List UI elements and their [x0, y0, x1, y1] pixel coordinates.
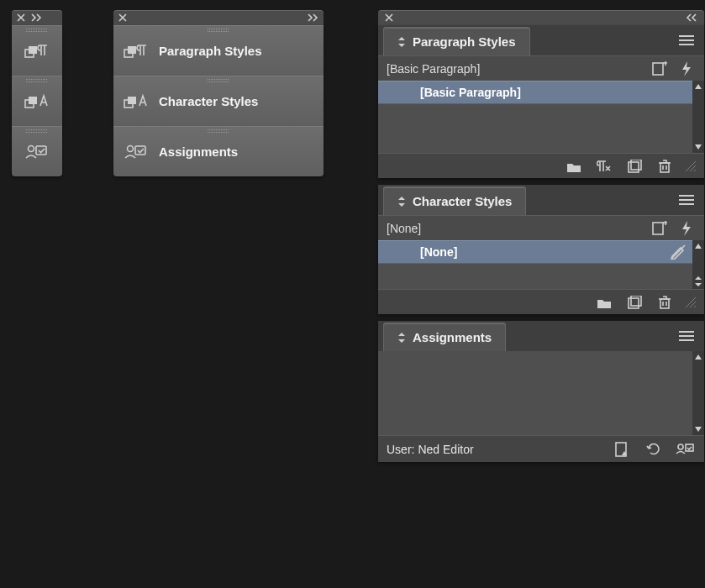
gripper-icon	[208, 129, 229, 133]
dock-row-assignments[interactable]: Assignments	[113, 126, 324, 176]
panel-paragraph-styles: Paragraph Styles [Basic Paragraph] [Basi…	[378, 25, 704, 178]
new-style-button[interactable]	[625, 293, 644, 312]
expand-right-icon[interactable]	[307, 13, 318, 22]
current-style-name: [Basic Paragraph]	[387, 62, 480, 76]
tab-title: Character Styles	[413, 194, 512, 208]
dock-item-paragraph-styles[interactable]	[12, 25, 62, 76]
assignments-list	[378, 351, 692, 435]
user-label: User:	[387, 443, 414, 456]
panel-dock-expanded: Paragraph Styles [Basic Paragraph] [Basi…	[378, 10, 704, 462]
style-group-button[interactable]	[565, 157, 583, 176]
panel-menu-icon[interactable]	[679, 194, 694, 206]
close-icon[interactable]	[118, 13, 127, 22]
paragraph-styles-icon	[24, 42, 50, 60]
tab-title: Assignments	[413, 330, 492, 344]
not-editable-icon	[671, 244, 686, 260]
style-item-label: [Basic Paragraph]	[420, 86, 521, 99]
style-item[interactable]: [None]	[378, 240, 692, 264]
current-style-bar: [Basic Paragraph]	[378, 55, 704, 81]
collapse-toggle-icon[interactable]	[397, 332, 406, 344]
tab-paragraph-styles[interactable]: Paragraph Styles	[383, 27, 530, 55]
resize-handle-icon[interactable]	[686, 161, 696, 171]
quick-apply-button[interactable]	[677, 219, 696, 238]
tab-assignments[interactable]: Assignments	[383, 323, 506, 351]
panel-menu-icon[interactable]	[679, 330, 694, 342]
character-styles-icon	[24, 92, 50, 111]
quick-apply-button[interactable]	[677, 60, 696, 78]
tab-character-styles[interactable]: Character Styles	[383, 186, 526, 215]
dock-row-label: Paragraph Styles	[159, 44, 262, 58]
dock-titlebar[interactable]	[12, 10, 62, 25]
style-group-button[interactable]	[595, 293, 613, 312]
dock-item-assignments[interactable]	[12, 126, 62, 176]
clear-overrides-button[interactable]	[595, 157, 613, 176]
assignments-icon	[24, 143, 50, 161]
user-name: Ned Editor	[418, 443, 473, 456]
dock-titlebar[interactable]	[113, 10, 324, 25]
dock-row-label: Character Styles	[159, 94, 258, 108]
dock-row-character-styles[interactable]: Character Styles	[113, 76, 324, 126]
scroll-up-icon[interactable]	[694, 353, 702, 361]
scroll-down-icon[interactable]	[694, 425, 702, 433]
resize-handle-icon[interactable]	[686, 297, 696, 307]
new-style-button[interactable]	[625, 157, 644, 176]
character-styles-icon	[124, 92, 149, 111]
collapse-toggle-icon[interactable]	[397, 196, 406, 207]
style-item-label: [None]	[420, 245, 457, 259]
panel-menu-icon[interactable]	[679, 34, 694, 46]
panel-character-styles: Character Styles [None] [None]	[378, 185, 704, 314]
update-out-of-date-button[interactable]	[612, 440, 632, 459]
scroll-up-icon[interactable]	[694, 242, 702, 250]
panel-footer	[378, 153, 704, 178]
assignments-icon	[124, 143, 149, 161]
panel-footer	[378, 289, 704, 314]
gripper-icon	[26, 29, 48, 32]
delete-style-button[interactable]	[655, 293, 674, 312]
gripper-icon	[208, 79, 229, 82]
current-style-name: [None]	[387, 222, 421, 235]
gripper-icon	[26, 79, 48, 82]
tab-row: Assignments	[378, 321, 704, 351]
scrollbar[interactable]	[692, 351, 704, 435]
scroll-down-icon[interactable]	[694, 143, 702, 151]
dock-row-paragraph-styles[interactable]: Paragraph Styles	[113, 25, 324, 76]
go-to-content-button[interactable]	[676, 440, 696, 459]
dock-row-label: Assignments	[159, 144, 238, 159]
collapse-left-icon[interactable]	[686, 13, 697, 22]
dock-collapsed-icons	[12, 10, 62, 176]
refresh-button[interactable]	[644, 440, 664, 459]
dock-titlebar[interactable]	[378, 10, 704, 25]
style-item[interactable]: [Basic Paragraph]	[378, 81, 692, 104]
scroll-corner-icon[interactable]	[694, 276, 702, 287]
current-style-bar: [None]	[378, 215, 704, 240]
paragraph-styles-icon	[124, 42, 149, 60]
new-style-from-selection-button[interactable]	[650, 219, 669, 238]
assignments-user-bar: User: Ned Editor	[378, 435, 704, 462]
scrollbar[interactable]	[692, 81, 704, 153]
collapse-toggle-icon[interactable]	[397, 36, 406, 48]
expand-right-icon[interactable]	[30, 13, 42, 22]
panel-assignments: Assignments User: Ned Editor	[378, 321, 704, 462]
gripper-icon	[208, 29, 229, 32]
tab-row: Paragraph Styles	[378, 25, 704, 55]
delete-style-button[interactable]	[655, 157, 674, 176]
tab-row: Character Styles	[378, 185, 704, 215]
style-list: [None]	[378, 240, 692, 289]
close-icon[interactable]	[385, 13, 393, 22]
tab-title: Paragraph Styles	[413, 34, 516, 49]
dock-collapsed-labels: Paragraph Styles Character Styles Assign…	[113, 10, 324, 176]
scrollbar[interactable]	[692, 240, 704, 289]
style-list: [Basic Paragraph]	[378, 81, 692, 153]
close-icon[interactable]	[17, 13, 25, 22]
gripper-icon	[26, 129, 48, 133]
dock-item-character-styles[interactable]	[12, 76, 62, 126]
new-style-from-selection-button[interactable]	[650, 60, 669, 78]
scroll-up-icon[interactable]	[694, 82, 702, 91]
